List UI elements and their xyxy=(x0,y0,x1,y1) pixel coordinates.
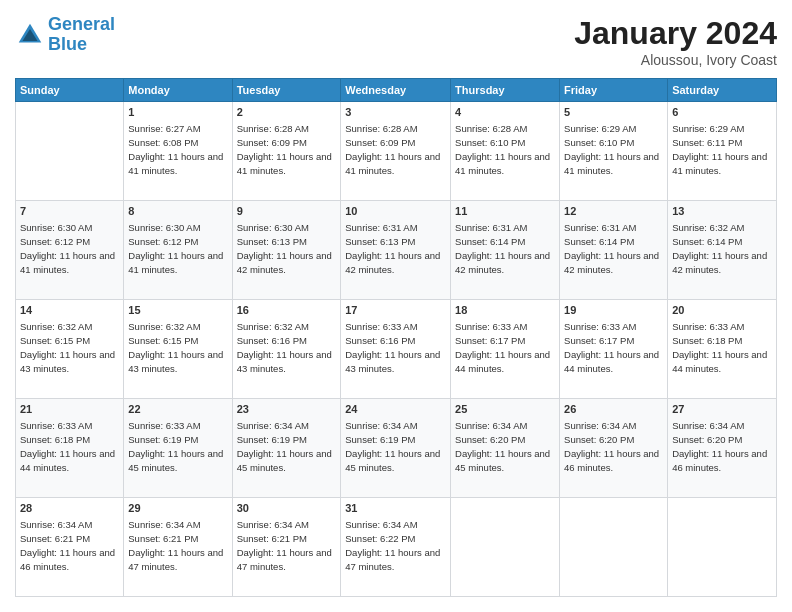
logo-text: General Blue xyxy=(48,15,115,55)
cell-info: Sunrise: 6:28 AM Sunset: 6:09 PM Dayligh… xyxy=(345,122,446,177)
calendar-cell: 5Sunrise: 6:29 AM Sunset: 6:10 PM Daylig… xyxy=(560,102,668,201)
header: General Blue January 2024 Aloussou, Ivor… xyxy=(15,15,777,68)
calendar-cell: 8Sunrise: 6:30 AM Sunset: 6:12 PM Daylig… xyxy=(124,201,232,300)
cell-info: Sunrise: 6:34 AM Sunset: 6:19 PM Dayligh… xyxy=(237,419,337,474)
calendar-cell: 22Sunrise: 6:33 AM Sunset: 6:19 PM Dayli… xyxy=(124,399,232,498)
day-number: 14 xyxy=(20,303,119,318)
calendar-cell: 31Sunrise: 6:34 AM Sunset: 6:22 PM Dayli… xyxy=(341,498,451,597)
month-year: January 2024 xyxy=(574,15,777,52)
cell-info: Sunrise: 6:33 AM Sunset: 6:17 PM Dayligh… xyxy=(564,320,663,375)
day-number: 26 xyxy=(564,402,663,417)
day-number: 11 xyxy=(455,204,555,219)
cell-info: Sunrise: 6:29 AM Sunset: 6:11 PM Dayligh… xyxy=(672,122,772,177)
day-number: 5 xyxy=(564,105,663,120)
day-header-sunday: Sunday xyxy=(16,79,124,102)
day-number: 7 xyxy=(20,204,119,219)
calendar-cell: 9Sunrise: 6:30 AM Sunset: 6:13 PM Daylig… xyxy=(232,201,341,300)
cell-info: Sunrise: 6:33 AM Sunset: 6:18 PM Dayligh… xyxy=(20,419,119,474)
day-number: 8 xyxy=(128,204,227,219)
day-number: 13 xyxy=(672,204,772,219)
day-number: 20 xyxy=(672,303,772,318)
calendar-cell: 16Sunrise: 6:32 AM Sunset: 6:16 PM Dayli… xyxy=(232,300,341,399)
calendar-cell xyxy=(451,498,560,597)
cell-info: Sunrise: 6:34 AM Sunset: 6:20 PM Dayligh… xyxy=(672,419,772,474)
calendar-cell: 17Sunrise: 6:33 AM Sunset: 6:16 PM Dayli… xyxy=(341,300,451,399)
logo-line1: General xyxy=(48,14,115,34)
day-header-wednesday: Wednesday xyxy=(341,79,451,102)
calendar-cell: 18Sunrise: 6:33 AM Sunset: 6:17 PM Dayli… xyxy=(451,300,560,399)
cell-info: Sunrise: 6:28 AM Sunset: 6:09 PM Dayligh… xyxy=(237,122,337,177)
cell-info: Sunrise: 6:31 AM Sunset: 6:13 PM Dayligh… xyxy=(345,221,446,276)
cell-info: Sunrise: 6:34 AM Sunset: 6:19 PM Dayligh… xyxy=(345,419,446,474)
page: General Blue January 2024 Aloussou, Ivor… xyxy=(0,0,792,612)
day-header-friday: Friday xyxy=(560,79,668,102)
day-header-saturday: Saturday xyxy=(668,79,777,102)
day-number: 31 xyxy=(345,501,446,516)
day-number: 1 xyxy=(128,105,227,120)
calendar-cell: 4Sunrise: 6:28 AM Sunset: 6:10 PM Daylig… xyxy=(451,102,560,201)
calendar-cell: 28Sunrise: 6:34 AM Sunset: 6:21 PM Dayli… xyxy=(16,498,124,597)
calendar-cell: 1Sunrise: 6:27 AM Sunset: 6:08 PM Daylig… xyxy=(124,102,232,201)
day-number: 27 xyxy=(672,402,772,417)
day-number: 22 xyxy=(128,402,227,417)
calendar-cell: 25Sunrise: 6:34 AM Sunset: 6:20 PM Dayli… xyxy=(451,399,560,498)
calendar-cell: 2Sunrise: 6:28 AM Sunset: 6:09 PM Daylig… xyxy=(232,102,341,201)
cell-info: Sunrise: 6:33 AM Sunset: 6:19 PM Dayligh… xyxy=(128,419,227,474)
logo-line2: Blue xyxy=(48,34,87,54)
day-number: 10 xyxy=(345,204,446,219)
day-number: 28 xyxy=(20,501,119,516)
day-number: 21 xyxy=(20,402,119,417)
calendar-cell: 20Sunrise: 6:33 AM Sunset: 6:18 PM Dayli… xyxy=(668,300,777,399)
cell-info: Sunrise: 6:33 AM Sunset: 6:17 PM Dayligh… xyxy=(455,320,555,375)
day-number: 30 xyxy=(237,501,337,516)
day-number: 25 xyxy=(455,402,555,417)
cell-info: Sunrise: 6:34 AM Sunset: 6:21 PM Dayligh… xyxy=(128,518,227,573)
cell-info: Sunrise: 6:34 AM Sunset: 6:22 PM Dayligh… xyxy=(345,518,446,573)
day-number: 23 xyxy=(237,402,337,417)
calendar-cell: 23Sunrise: 6:34 AM Sunset: 6:19 PM Dayli… xyxy=(232,399,341,498)
day-number: 16 xyxy=(237,303,337,318)
title-area: January 2024 Aloussou, Ivory Coast xyxy=(574,15,777,68)
calendar-cell: 24Sunrise: 6:34 AM Sunset: 6:19 PM Dayli… xyxy=(341,399,451,498)
calendar-cell xyxy=(16,102,124,201)
day-number: 4 xyxy=(455,105,555,120)
cell-info: Sunrise: 6:30 AM Sunset: 6:12 PM Dayligh… xyxy=(128,221,227,276)
calendar-cell: 6Sunrise: 6:29 AM Sunset: 6:11 PM Daylig… xyxy=(668,102,777,201)
calendar-cell: 11Sunrise: 6:31 AM Sunset: 6:14 PM Dayli… xyxy=(451,201,560,300)
day-number: 9 xyxy=(237,204,337,219)
calendar-cell: 26Sunrise: 6:34 AM Sunset: 6:20 PM Dayli… xyxy=(560,399,668,498)
calendar-table: SundayMondayTuesdayWednesdayThursdayFrid… xyxy=(15,78,777,597)
cell-info: Sunrise: 6:34 AM Sunset: 6:21 PM Dayligh… xyxy=(237,518,337,573)
day-number: 24 xyxy=(345,402,446,417)
calendar-cell: 14Sunrise: 6:32 AM Sunset: 6:15 PM Dayli… xyxy=(16,300,124,399)
cell-info: Sunrise: 6:31 AM Sunset: 6:14 PM Dayligh… xyxy=(564,221,663,276)
cell-info: Sunrise: 6:32 AM Sunset: 6:15 PM Dayligh… xyxy=(20,320,119,375)
cell-info: Sunrise: 6:34 AM Sunset: 6:21 PM Dayligh… xyxy=(20,518,119,573)
day-number: 6 xyxy=(672,105,772,120)
location: Aloussou, Ivory Coast xyxy=(574,52,777,68)
calendar-cell: 19Sunrise: 6:33 AM Sunset: 6:17 PM Dayli… xyxy=(560,300,668,399)
calendar-cell: 29Sunrise: 6:34 AM Sunset: 6:21 PM Dayli… xyxy=(124,498,232,597)
cell-info: Sunrise: 6:34 AM Sunset: 6:20 PM Dayligh… xyxy=(455,419,555,474)
cell-info: Sunrise: 6:30 AM Sunset: 6:12 PM Dayligh… xyxy=(20,221,119,276)
day-number: 19 xyxy=(564,303,663,318)
calendar-cell: 30Sunrise: 6:34 AM Sunset: 6:21 PM Dayli… xyxy=(232,498,341,597)
cell-info: Sunrise: 6:33 AM Sunset: 6:18 PM Dayligh… xyxy=(672,320,772,375)
calendar-cell: 10Sunrise: 6:31 AM Sunset: 6:13 PM Dayli… xyxy=(341,201,451,300)
cell-info: Sunrise: 6:30 AM Sunset: 6:13 PM Dayligh… xyxy=(237,221,337,276)
calendar-cell xyxy=(668,498,777,597)
day-number: 29 xyxy=(128,501,227,516)
cell-info: Sunrise: 6:32 AM Sunset: 6:16 PM Dayligh… xyxy=(237,320,337,375)
calendar-cell: 7Sunrise: 6:30 AM Sunset: 6:12 PM Daylig… xyxy=(16,201,124,300)
cell-info: Sunrise: 6:32 AM Sunset: 6:14 PM Dayligh… xyxy=(672,221,772,276)
cell-info: Sunrise: 6:32 AM Sunset: 6:15 PM Dayligh… xyxy=(128,320,227,375)
day-header-tuesday: Tuesday xyxy=(232,79,341,102)
calendar-cell: 15Sunrise: 6:32 AM Sunset: 6:15 PM Dayli… xyxy=(124,300,232,399)
day-number: 17 xyxy=(345,303,446,318)
cell-info: Sunrise: 6:27 AM Sunset: 6:08 PM Dayligh… xyxy=(128,122,227,177)
day-number: 15 xyxy=(128,303,227,318)
day-number: 12 xyxy=(564,204,663,219)
cell-info: Sunrise: 6:33 AM Sunset: 6:16 PM Dayligh… xyxy=(345,320,446,375)
day-number: 2 xyxy=(237,105,337,120)
day-number: 18 xyxy=(455,303,555,318)
